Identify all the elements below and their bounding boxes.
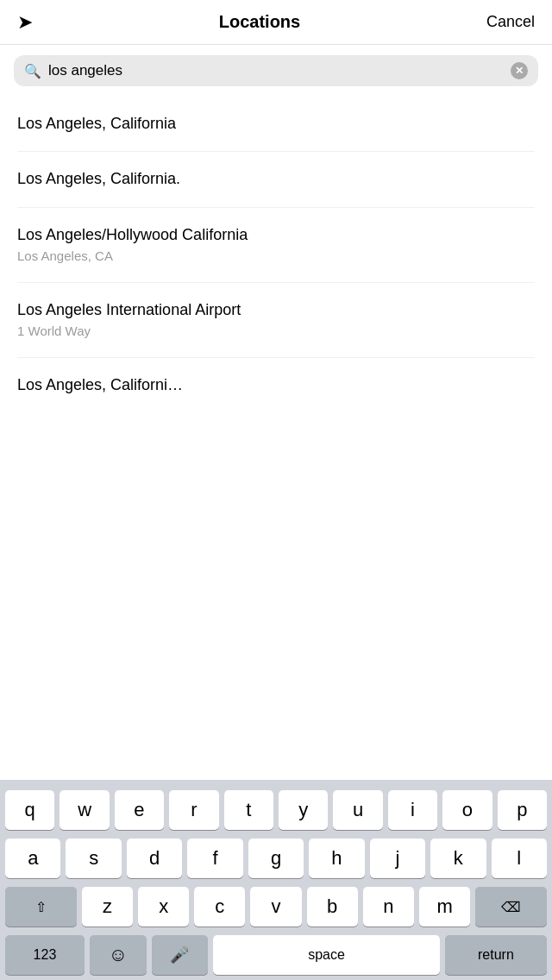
space-key[interactable]: space xyxy=(213,935,440,975)
key-p[interactable]: p xyxy=(498,790,547,830)
backspace-key[interactable]: ⌫ xyxy=(475,887,547,927)
key-z[interactable]: z xyxy=(82,887,133,927)
key-u[interactable]: u xyxy=(333,790,382,830)
key-r[interactable]: r xyxy=(169,790,218,830)
navigation-icon[interactable]: ➤ xyxy=(17,13,33,32)
list-item[interactable]: Los Angeles, California xyxy=(17,97,535,152)
result-primary-text: Los Angeles, Californi… xyxy=(17,375,535,395)
result-primary-text: Los Angeles, California. xyxy=(17,169,535,189)
key-v[interactable]: v xyxy=(250,887,301,927)
clear-icon: ✕ xyxy=(515,66,524,76)
keyboard-row-2: a s d f g h j k l xyxy=(5,839,547,878)
result-secondary-text: Los Angeles, CA xyxy=(17,248,535,265)
key-a[interactable]: a xyxy=(5,839,60,878)
key-o[interactable]: o xyxy=(442,790,492,830)
list-item[interactable]: Los Angeles/Hollywood California Los Ang… xyxy=(17,208,535,283)
keyboard-row-4: 123 ☺ 🎤 space return xyxy=(5,935,547,975)
key-t[interactable]: t xyxy=(224,790,273,830)
keyboard-row-1: q w e r t y u i o p xyxy=(5,790,547,830)
key-l[interactable]: l xyxy=(492,839,547,878)
microphone-key[interactable]: 🎤 xyxy=(152,935,209,975)
key-g[interactable]: g xyxy=(248,839,304,878)
key-h[interactable]: h xyxy=(309,839,364,878)
result-primary-text: Los Angeles, California xyxy=(17,114,535,134)
return-key[interactable]: return xyxy=(445,935,547,975)
search-bar-container: 🔍 ✕ xyxy=(0,45,552,97)
search-bar: 🔍 ✕ xyxy=(14,55,538,86)
key-e[interactable]: e xyxy=(115,790,164,830)
shift-key[interactable]: ⇧ xyxy=(5,887,77,927)
key-b[interactable]: b xyxy=(307,887,358,927)
list-item[interactable]: Los Angeles, California. xyxy=(17,152,535,207)
key-w[interactable]: w xyxy=(60,790,109,830)
key-j[interactable]: j xyxy=(370,839,425,878)
list-item-partial[interactable]: Los Angeles, Californi… xyxy=(17,358,535,396)
cancel-button[interactable]: Cancel xyxy=(486,13,535,31)
header: ➤ Locations Cancel xyxy=(0,0,552,45)
key-y[interactable]: y xyxy=(279,790,328,830)
search-clear-button[interactable]: ✕ xyxy=(511,62,528,79)
key-c[interactable]: c xyxy=(194,887,245,927)
key-f[interactable]: f xyxy=(187,839,242,878)
search-icon: 🔍 xyxy=(24,63,41,79)
key-i[interactable]: i xyxy=(388,790,437,830)
result-primary-text: Los Angeles/Hollywood California xyxy=(17,225,535,245)
key-x[interactable]: x xyxy=(138,887,189,927)
numbers-key[interactable]: 123 xyxy=(5,935,85,975)
key-d[interactable]: d xyxy=(127,839,182,878)
results-list: Los Angeles, California Los Angeles, Cal… xyxy=(0,97,552,396)
key-s[interactable]: s xyxy=(66,839,121,878)
key-n[interactable]: n xyxy=(363,887,414,927)
search-input[interactable] xyxy=(48,62,504,79)
list-item[interactable]: Los Angeles International Airport 1 Worl… xyxy=(17,283,535,358)
key-q[interactable]: q xyxy=(5,790,54,830)
result-secondary-text: 1 World Way xyxy=(17,323,535,340)
key-k[interactable]: k xyxy=(430,839,486,878)
emoji-key[interactable]: ☺ xyxy=(90,935,147,975)
keyboard: q w e r t y u i o p a s d f g h j k l ⇧ … xyxy=(0,780,552,980)
page-title: Locations xyxy=(219,12,300,32)
keyboard-row-3: ⇧ z x c v b n m ⌫ xyxy=(5,887,547,927)
key-m[interactable]: m xyxy=(419,887,470,927)
result-primary-text: Los Angeles International Airport xyxy=(17,300,535,320)
